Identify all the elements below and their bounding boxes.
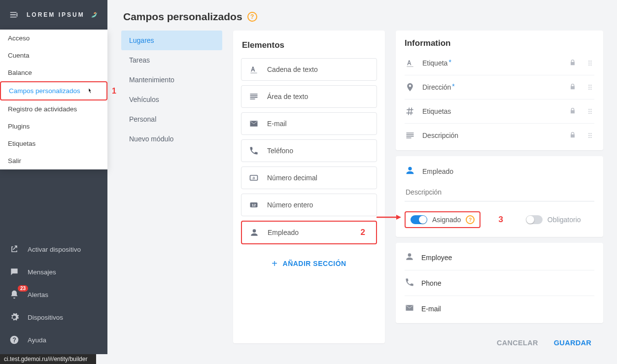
svg-point-32 xyxy=(588,137,589,138)
toggle-asignado[interactable]: Asignado ? xyxy=(405,211,480,228)
form-footer-buttons: CANCELAR GUARDAR xyxy=(396,329,603,347)
element-area-texto[interactable]: Área de texto xyxy=(241,85,377,108)
annotation-3: 3 xyxy=(498,215,503,225)
svg-point-14 xyxy=(588,65,589,66)
notes-icon xyxy=(248,92,259,101)
annotation-2: 2 xyxy=(361,228,365,237)
field-toggles: Asignado ? 3 Obligatorio xyxy=(405,211,594,228)
integer-icon: 12 xyxy=(248,200,259,210)
sidebar-item-ayuda[interactable]: Ayuda xyxy=(0,329,107,351)
extra-fields-card: Employee Phone E-mail xyxy=(396,243,603,323)
cursor-pointer-icon xyxy=(86,86,95,97)
switch-off[interactable] xyxy=(526,215,543,224)
svg-point-33 xyxy=(590,137,591,138)
info-title: Information xyxy=(405,38,451,48)
tab-tareas[interactable]: Tareas xyxy=(121,50,222,70)
svg-point-10 xyxy=(588,61,589,62)
drag-handle-icon[interactable] xyxy=(586,59,594,67)
bell-icon xyxy=(9,289,20,300)
main-content: Lugares Tareas Mantenimiento Vehículos P… xyxy=(107,0,617,354)
info-header-card: Information Etiqueta* Dirección* Etiquet… xyxy=(396,31,603,150)
menu-collapse-icon[interactable] xyxy=(9,9,20,20)
element-numero-entero[interactable]: 12 Número entero xyxy=(241,194,377,216)
field-descripcion[interactable]: Descripción xyxy=(405,124,594,147)
svg-point-11 xyxy=(590,61,591,62)
lock-icon xyxy=(569,59,577,68)
svg-text:.0: .0 xyxy=(252,176,255,180)
svg-point-25 xyxy=(590,111,591,112)
toggle-obligatorio[interactable]: Obligatorio xyxy=(521,212,586,227)
tab-vehiculos[interactable]: Vehículos xyxy=(121,90,222,109)
tab-nuevo-modulo[interactable]: Nuevo módulo xyxy=(121,129,222,149)
cancel-button[interactable]: CANCELAR xyxy=(497,339,538,347)
phone-icon xyxy=(248,146,259,156)
switch-on[interactable] xyxy=(411,215,427,224)
menu-item-salir[interactable]: Salir xyxy=(0,152,107,169)
element-cadena-texto[interactable]: Cadena de texto xyxy=(241,58,377,81)
drag-handle-icon[interactable] xyxy=(586,132,594,139)
field-editor-header: Empleado xyxy=(405,161,594,184)
menu-item-cuenta[interactable]: Cuenta xyxy=(0,47,107,64)
menu-item-balance[interactable]: Balance xyxy=(0,64,107,81)
annotation-arrow xyxy=(377,214,401,220)
element-numero-decimal[interactable]: .0 Número decimal xyxy=(241,166,377,189)
drag-handle-icon[interactable] xyxy=(586,107,594,115)
brand-bird-icon xyxy=(89,10,99,20)
hash-icon xyxy=(405,106,415,116)
text-format-icon xyxy=(405,58,415,68)
add-section-button[interactable]: + AÑADIR SECCIÓN xyxy=(241,249,377,272)
elements-title: Elementos xyxy=(241,37,377,58)
field-direccion[interactable]: Dirección* xyxy=(405,75,594,99)
menu-item-plugins[interactable]: Plugins xyxy=(0,118,107,135)
menu-item-etiquetas[interactable]: Etiquetas xyxy=(0,135,107,152)
svg-point-12 xyxy=(588,63,589,64)
svg-point-30 xyxy=(588,135,589,136)
drag-handle-icon[interactable] xyxy=(586,83,594,91)
sidebar-item-dispositivos[interactable]: Dispositivos xyxy=(0,306,107,329)
svg-point-26 xyxy=(588,113,589,114)
brand-text: LOREM IPSUM xyxy=(27,11,85,18)
svg-point-29 xyxy=(590,133,591,134)
element-telefono[interactable]: Teléfono xyxy=(241,139,377,162)
location-icon xyxy=(405,82,415,92)
sidebar-item-alertas[interactable]: Alertas 23 xyxy=(0,283,107,306)
menu-item-acceso[interactable]: Acceso xyxy=(0,30,107,47)
sidebar-item-mensajes[interactable]: Mensajes xyxy=(0,261,107,283)
svg-point-15 xyxy=(590,65,591,66)
person-icon xyxy=(249,228,260,237)
element-email[interactable]: E-mail xyxy=(241,112,377,135)
sidebar: LOREM IPSUM Acceso Cuenta Balance Campos… xyxy=(0,0,107,354)
field-email[interactable]: E-mail xyxy=(405,296,594,321)
svg-point-31 xyxy=(590,135,591,136)
person-icon xyxy=(405,252,414,263)
svg-point-28 xyxy=(588,133,589,134)
lock-icon xyxy=(569,131,577,140)
svg-point-21 xyxy=(590,89,591,90)
sidebar-item-activar-dispositivo[interactable]: Activar dispositivo xyxy=(0,238,107,261)
save-button[interactable]: GUARDAR xyxy=(554,339,591,347)
field-etiquetas[interactable]: Etiquetas xyxy=(405,99,594,124)
svg-point-24 xyxy=(588,111,589,112)
field-phone[interactable]: Phone xyxy=(405,270,594,296)
field-description-input[interactable] xyxy=(405,184,594,201)
svg-point-17 xyxy=(590,85,591,86)
sidebar-bottom-nav: Activar dispositivo Mensajes Alertas 23 … xyxy=(0,238,107,354)
tab-personal[interactable]: Personal xyxy=(121,109,222,129)
element-empleado[interactable]: Empleado 2 xyxy=(241,221,377,244)
svg-point-27 xyxy=(590,113,591,114)
field-employee[interactable]: Employee xyxy=(405,245,594,270)
activate-device-icon xyxy=(9,244,20,255)
help-icon xyxy=(9,334,20,345)
field-etiqueta[interactable]: Etiqueta* xyxy=(405,51,594,75)
help-mini-icon[interactable]: ? xyxy=(466,215,475,224)
svg-point-20 xyxy=(588,89,589,90)
menu-item-registro-actividades[interactable]: Registro de actividades xyxy=(0,100,107,118)
tab-mantenimiento[interactable]: Mantenimiento xyxy=(121,70,222,90)
decimal-icon: .0 xyxy=(248,173,259,183)
sidebar-settings-menu: Acceso Cuenta Balance Campos personaliza… xyxy=(0,30,107,169)
menu-item-campos-personalizados[interactable]: Campos personalizados xyxy=(0,81,107,100)
alerts-badge: 23 xyxy=(18,285,28,292)
tab-lugares[interactable]: Lugares xyxy=(121,31,222,50)
svg-text:12: 12 xyxy=(252,203,256,207)
lock-icon xyxy=(569,83,577,92)
